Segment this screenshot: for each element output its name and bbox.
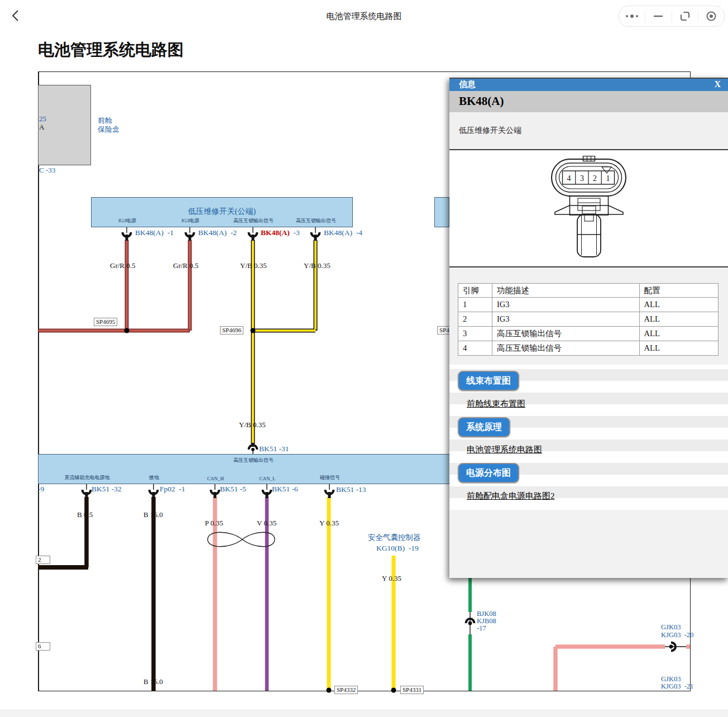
close-icon[interactable]: X <box>714 79 721 89</box>
wire-gauge-label: Y/B 0.35 <box>240 261 267 270</box>
connector-label-bjk08-pin[interactable]: -17 <box>477 624 486 633</box>
banner2-pin3: CAN_H <box>207 476 224 481</box>
wire-gauge-label: Y 0.35 <box>319 519 339 528</box>
cell-pin: 1 <box>458 298 492 312</box>
cell-desc: IG3 <box>492 298 639 312</box>
pin-table-header: 功能描述 <box>492 284 639 298</box>
splice-label-sp4696[interactable]: SP4696 <box>220 326 243 334</box>
info-panel-title: 信息 <box>459 79 476 90</box>
record-button[interactable] <box>698 10 724 22</box>
wire-gauge-label: Gr/R 0.5 <box>110 261 136 270</box>
wire-gauge-label: B 16.0 <box>143 510 163 519</box>
minimize-icon <box>654 15 663 18</box>
connector-description: 低压维修开关公端 <box>459 126 521 136</box>
cell-cfg: ALL <box>639 298 718 312</box>
connector-label-bk48-2[interactable]: BK48(A) -2 <box>198 228 237 237</box>
connector-label-kjg03-20[interactable]: KJG03 -20 <box>661 631 693 639</box>
terminal-glyph-bk51-31 <box>249 443 257 454</box>
banner2-pin2: 接地 <box>149 474 159 481</box>
minimize-button[interactable] <box>645 10 672 22</box>
edge-splice-label-6[interactable]: 6 <box>36 642 50 651</box>
cell-desc: IG3 <box>492 312 639 327</box>
banner2-pin5: 碰撞信号 <box>320 474 340 481</box>
pin-table-header: 配置 <box>639 284 718 298</box>
topbar: 电池管理系统电路图 <box>0 0 728 31</box>
window-controls <box>619 6 725 27</box>
wire-gauge-label: Y 0.35 <box>382 574 401 583</box>
splice-label-sp4695[interactable]: SP4695 <box>94 318 117 326</box>
connector-label-bk51-32[interactable]: BK51 -32 <box>92 485 122 494</box>
cell-desc: 高压互锁输出信号 <box>492 327 639 341</box>
connector-label-kg10b-19[interactable]: KG10(B) -19 <box>376 544 419 553</box>
system-schematic-button[interactable]: 系统原理 <box>458 417 510 437</box>
restore-button[interactable] <box>672 10 698 22</box>
more-icon <box>625 13 639 20</box>
splice-label-sp4331[interactable]: SP4331 <box>400 686 424 694</box>
wire-group-yellow-black <box>253 240 315 444</box>
more-menu-button[interactable] <box>619 10 645 22</box>
table-row: 3 高压互锁输出信号 ALL <box>458 327 719 341</box>
restore-icon <box>680 11 690 21</box>
wire-gauge-label: B 0.5 <box>77 510 93 519</box>
info-panel-titlebar: 信息 X <box>449 79 728 91</box>
harness-layout-link[interactable]: 前舱线束布置图 <box>467 399 525 409</box>
wire-gauge-label: Y/B 0.35 <box>239 420 266 429</box>
wire-gauge-label: B 16.0 <box>143 677 163 686</box>
cell-pin: 4 <box>458 341 492 356</box>
fusebox-pin-label[interactable]: C -33 <box>39 166 55 175</box>
connector-label-fp02-1[interactable]: Fp02 -1 <box>160 485 185 494</box>
connector-label-bk51-5[interactable]: BK51 -5 <box>220 485 246 494</box>
cell-cfg: ALL <box>639 327 718 341</box>
terminal-glyph-gjk03 <box>665 643 686 651</box>
info-panel: 信息 X BK48(A) 低压维修开关公端 <box>449 78 728 578</box>
connector-label-edge9[interactable]: -9 <box>38 485 44 494</box>
banner2-top-pin: 高压互锁输出信号 <box>233 457 274 464</box>
connector-label-bk51-6[interactable]: BK51 -6 <box>272 485 298 494</box>
terminal-glyph-bjk08 <box>466 612 475 634</box>
fuse-value: 25 <box>39 114 46 123</box>
page-title: 电池管理系统电路图 <box>38 39 184 61</box>
pin-number: 1 <box>606 174 610 183</box>
splice-dots <box>124 328 396 693</box>
connector-label-bk48-4[interactable]: BK48(A) -4 <box>324 228 362 237</box>
connector-label-bk48-3-highlight: BK48(A) <box>261 228 290 237</box>
wire-gauge-label: P 0.35 <box>205 519 223 528</box>
pin-number: 4 <box>567 174 571 183</box>
cell-pin: 3 <box>458 327 492 341</box>
info-panel-subtitle-bar: BK48(A) <box>449 91 728 112</box>
connector-label-bk48-3-pin: -3 <box>290 228 300 237</box>
power-distribution-button[interactable]: 电源分布图 <box>458 463 519 483</box>
wire-gauge-label: Gr/R 0.5 <box>173 261 199 270</box>
harness-layout-button[interactable]: 线束布置图 <box>458 371 519 391</box>
system-schematic-link[interactable]: 电池管理系统电路图 <box>467 444 542 455</box>
pin-table: 引脚 功能描述 配置 1 IG3 ALL 2 IG3 ALL 3 高压互锁输出信… <box>458 283 719 356</box>
connector-label-gjk03-top[interactable]: GJK03 <box>661 623 681 632</box>
fusebox-name-line2: 保险盒 <box>98 125 119 135</box>
edge-splice-label-2[interactable]: 2 <box>36 556 50 564</box>
connector-label-bk51-13[interactable]: BK51 -13 <box>336 485 366 494</box>
connector-illustration: 4 3 2 1 <box>548 156 631 262</box>
wire-gauge-label: Y/B 0.35 <box>304 261 331 270</box>
cell-cfg: ALL <box>639 341 718 356</box>
connector-id: BK48(A) <box>459 94 504 108</box>
cell-cfg: ALL <box>639 312 718 327</box>
pin-table-header: 引脚 <box>458 284 492 298</box>
cell-pin: 2 <box>458 312 492 327</box>
power-distribution-link[interactable]: 前舱配电盒电源电路图2 <box>467 491 555 501</box>
component-label-airbag[interactable]: 安全气囊控制器 <box>368 533 421 543</box>
wire-gauge-label: V 0.35 <box>257 519 276 528</box>
table-row: 1 IG3 ALL <box>458 298 719 312</box>
connector-image-box: 4 3 2 1 <box>449 149 728 267</box>
connector-label-kjg03-21[interactable]: KJG03 -21 <box>661 682 693 691</box>
connector-label-bk48-3[interactable]: BK48(A) -3 <box>261 228 300 237</box>
table-row: 2 IG3 ALL <box>458 312 719 327</box>
banner2-pin1: 直流辅助充电电源地 <box>65 474 110 481</box>
splice-label-sp4332[interactable]: SP4332 <box>334 686 358 694</box>
fuse-amp: A <box>39 123 44 132</box>
banner2-pin4: CAN_L <box>260 476 276 481</box>
panel-bottom-fill <box>449 510 728 578</box>
connector-label-bk48-1[interactable]: BK48(A) -1 <box>135 228 174 237</box>
pin-number: 3 <box>580 174 584 183</box>
connector-label-bk51-31[interactable]: BK51 -31 <box>259 444 289 453</box>
pin-table-header-row: 引脚 功能描述 配置 <box>458 284 719 298</box>
